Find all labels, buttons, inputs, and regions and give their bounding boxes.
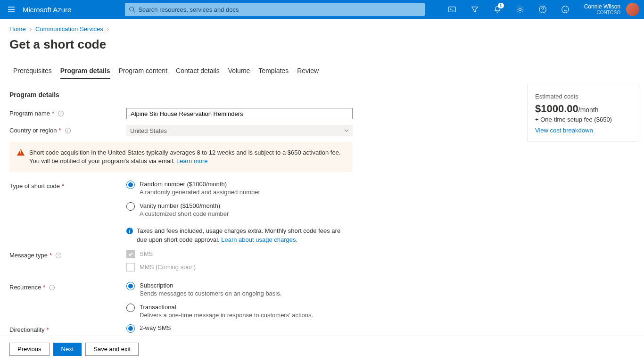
notifications-button[interactable]: 1 [486, 0, 509, 19]
search-wrap [125, 3, 425, 16]
label-directionality: Directionality [9, 326, 44, 333]
warning-icon [17, 149, 25, 156]
svg-point-0 [130, 7, 134, 11]
label-type: Type of short code [9, 182, 60, 189]
tab-program-content[interactable]: Program content [119, 63, 168, 79]
mms-label: MMS (Coming soon) [140, 263, 196, 271]
row-message-type: Message type * i SMS MMS (Coming soon) [9, 250, 635, 276]
svg-point-5 [561, 6, 568, 13]
avatar[interactable] [626, 3, 639, 16]
radio-random[interactable] [126, 181, 135, 189]
tab-program-details[interactable]: Program details [60, 63, 110, 79]
chevron-right-icon: › [30, 25, 32, 33]
page-title: Get a short code [9, 37, 635, 52]
search-box[interactable] [125, 3, 425, 16]
svg-point-3 [519, 8, 521, 10]
info-icon[interactable]: i [65, 128, 71, 133]
breadcrumb: Home › Communication Services › [9, 25, 635, 33]
radio-trans-title: Transactional [140, 304, 313, 311]
feedback-button[interactable] [554, 0, 577, 19]
cost-sub: + One-time setup fee ($650) [535, 116, 630, 123]
page-content: Home › Communication Services › Get a sh… [0, 19, 644, 336]
search-input[interactable] [138, 6, 421, 13]
svg-rect-2 [448, 7, 455, 12]
tabs: Prerequisites Program details Program co… [9, 63, 635, 80]
breadcrumb-home[interactable]: Home [9, 25, 26, 33]
breadcrumb-cs[interactable]: Communication Services [35, 25, 103, 33]
menu-toggle[interactable] [0, 0, 23, 19]
chevron-down-icon [344, 128, 349, 133]
label-program-name: Program name [9, 110, 50, 117]
chevron-right-icon: › [107, 25, 109, 33]
tab-review[interactable]: Review [297, 63, 319, 79]
label-recurrence: Recurrence [9, 284, 41, 291]
notification-badge: 1 [498, 3, 504, 8]
tab-templates[interactable]: Templates [258, 63, 289, 79]
required-marker: * [52, 110, 54, 117]
required-marker: * [43, 284, 45, 291]
required-marker: * [62, 182, 64, 189]
label-country: Country or region [9, 127, 57, 134]
radio-subscription[interactable] [126, 282, 135, 290]
radio-2way[interactable] [126, 324, 135, 333]
settings-button[interactable] [509, 0, 531, 19]
brand-label: Microsoft Azure [23, 6, 83, 14]
radio-transactional[interactable] [126, 304, 135, 312]
cost-amount: $1000.00 [535, 103, 578, 115]
cost-label: Estimated costs [535, 93, 630, 100]
radio-random-desc: A randomly generated and assigned number [140, 189, 260, 196]
user-name: Connie Wilson [584, 4, 620, 10]
sms-label: SMS [140, 250, 153, 257]
search-icon [129, 6, 135, 13]
program-name-input[interactable] [126, 108, 353, 119]
cloud-shell-icon [448, 5, 456, 14]
radio-sub-title: Subscription [140, 282, 281, 289]
row-type: Type of short code * Random number ($100… [9, 181, 635, 244]
warning-learn-more[interactable]: Learn more [176, 157, 207, 165]
top-bar: Microsoft Azure 1 Connie Wilson CONTOSO [0, 0, 644, 19]
topbar-icons: 1 Connie Wilson CONTOSO [441, 0, 644, 19]
info-icon[interactable]: i [58, 111, 64, 116]
user-org: CONTOSO [584, 10, 620, 15]
filter-icon [471, 5, 479, 14]
info-icon: i [126, 228, 133, 234]
checkbox-mms [126, 263, 135, 272]
radio-random-title: Random number ($1000/month) [140, 181, 260, 188]
tax-note-link[interactable]: Learn about usage charges. [221, 236, 297, 243]
cost-card: Estimated costs $1000.00/month + One-tim… [527, 85, 638, 142]
cloud-shell-button[interactable] [441, 0, 463, 19]
label-message-type: Message type [9, 252, 48, 259]
required-marker: * [46, 326, 49, 333]
tab-prerequisites[interactable]: Prerequisites [13, 63, 52, 79]
radio-vanity-desc: A customized short code number [140, 210, 229, 217]
row-recurrence: Recurrence* i Subscription Sends message… [9, 282, 635, 319]
check-icon [128, 251, 133, 257]
info-icon[interactable]: i [56, 253, 61, 258]
user-block[interactable]: Connie Wilson CONTOSO [577, 4, 624, 15]
directories-button[interactable] [463, 0, 486, 19]
hamburger-icon [8, 6, 15, 13]
cost-breakdown-link[interactable]: View cost breakdown [535, 127, 630, 134]
help-icon [538, 5, 547, 14]
country-select[interactable]: United States [126, 125, 353, 136]
radio-vanity[interactable] [126, 202, 135, 211]
warning-box: Short code acquisition in the United Sta… [9, 142, 353, 172]
help-button[interactable] [531, 0, 554, 19]
tab-volume[interactable]: Volume [228, 63, 250, 79]
svg-line-1 [133, 11, 135, 13]
row-directionality: Directionality* 2-way SMS [9, 324, 635, 333]
required-marker: * [50, 252, 52, 259]
checkbox-sms [126, 250, 135, 258]
required-marker: * [58, 127, 61, 134]
cost-per: /month [578, 106, 599, 114]
radio-trans-desc: Delivers a one-time message in response … [140, 312, 313, 319]
radio-vanity-title: Vanity number ($1500/month) [140, 202, 229, 209]
radio-sub-desc: Sends messages to customers on an ongoin… [140, 290, 281, 297]
tab-contact-details[interactable]: Contact details [176, 63, 220, 79]
country-value: United States [130, 127, 167, 134]
smile-icon [561, 5, 570, 14]
gear-icon [516, 5, 524, 14]
radio-2way-title: 2-way SMS [140, 324, 171, 331]
info-icon[interactable]: i [49, 285, 55, 290]
